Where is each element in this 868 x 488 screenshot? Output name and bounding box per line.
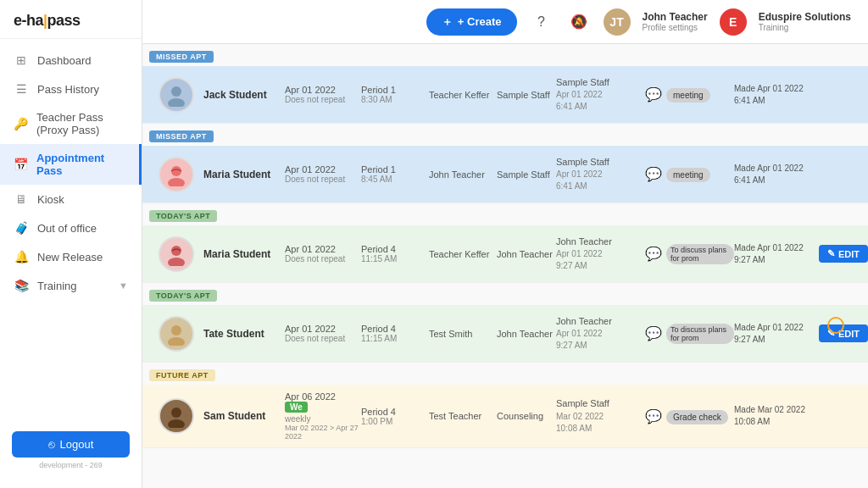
edit-button[interactable]: ✎ EDIT bbox=[819, 324, 868, 342]
logout-label: Logout bbox=[60, 438, 94, 451]
col-note: To discuss plans for prom bbox=[666, 244, 734, 264]
col-comment[interactable]: 💬 bbox=[641, 408, 666, 424]
sidebar-label-out-of-office: Out of office bbox=[37, 222, 97, 235]
create-label: + Create bbox=[458, 15, 502, 28]
student-name: Maria Student bbox=[200, 169, 285, 180]
col-actions: ✎ EDIT ✕ CANCEL bbox=[819, 324, 868, 342]
appointment-pass-icon: 📅 bbox=[14, 158, 28, 171]
user-avatar: JT bbox=[604, 8, 631, 36]
col-made: Made Apr 01 2022 6:41 AM bbox=[734, 83, 819, 107]
col-comment[interactable]: 💬 bbox=[641, 246, 666, 262]
mute-button[interactable]: 🔕 bbox=[566, 9, 592, 35]
user-name: John Teacher bbox=[643, 11, 708, 23]
apt-group-2: MISSED APT Maria Student Apr 01 2022 Doe… bbox=[142, 124, 868, 203]
table-row: Sam Student Apr 06 2022 We weekly Mar 02… bbox=[142, 385, 868, 448]
sidebar-item-teacher-pass[interactable]: 🔑 Teacher Pass (Proxy Pass) bbox=[0, 103, 142, 144]
apt-requested: Sample Staff Apr 01 2022 6:41 AM bbox=[556, 76, 641, 113]
col-comment[interactable]: 💬 bbox=[641, 325, 666, 341]
note-tag: meeting bbox=[666, 88, 710, 103]
logout-button[interactable]: ⎋ Logout bbox=[12, 431, 130, 458]
col-avatar bbox=[153, 77, 200, 113]
comment-icon: 💬 bbox=[645, 408, 662, 424]
col-note: Grade check bbox=[666, 408, 734, 424]
svg-point-6 bbox=[171, 325, 181, 336]
user-info: John Teacher Profile settings bbox=[643, 11, 708, 32]
org-name: Eduspire Solutions bbox=[759, 11, 851, 23]
dev-badge: development - 269 bbox=[12, 458, 130, 471]
table-row: Maria Student Apr 01 2022 Does not repea… bbox=[142, 146, 868, 203]
training-icon: 📚 bbox=[14, 279, 29, 292]
sidebar-label-teacher-pass: Teacher Pass (Proxy Pass) bbox=[36, 111, 128, 136]
sidebar-label-appointment-pass: Appointment Pass bbox=[36, 152, 125, 177]
svg-point-9 bbox=[168, 419, 185, 428]
apt-teacher: Test Smith bbox=[429, 329, 497, 339]
note-tag: Grade check bbox=[666, 410, 728, 424]
sidebar-item-kiosk[interactable]: 🖥 Kiosk bbox=[0, 185, 142, 214]
col-actions: ✎ EDIT ✕ CANCEL bbox=[819, 245, 868, 263]
appointments-table: MISSED APT Jack Student Apr 01 2022 Does… bbox=[142, 44, 868, 488]
apt-period: Period 4 1:00 PM bbox=[361, 407, 429, 426]
logout-icon: ⎋ bbox=[48, 438, 55, 451]
apt-teacher: Teacher Keffer bbox=[429, 90, 497, 100]
mute-icon: 🔕 bbox=[570, 14, 587, 30]
apt-destination: John Teacher bbox=[497, 329, 556, 339]
avatar bbox=[159, 77, 194, 113]
missed-badge-1: MISSED APT bbox=[149, 51, 214, 63]
comment-icon: 💬 bbox=[645, 86, 662, 103]
apt-group-1: MISSED APT Jack Student Apr 01 2022 Does… bbox=[142, 44, 868, 124]
kiosk-icon: 🖥 bbox=[14, 192, 29, 206]
edit-button[interactable]: ✎ EDIT bbox=[819, 245, 868, 263]
sidebar-item-out-of-office[interactable]: 🧳 Out of office bbox=[0, 214, 142, 242]
col-made: Made Apr 01 2022 6:41 AM bbox=[734, 163, 819, 186]
svg-point-3 bbox=[168, 178, 185, 186]
sidebar-item-training[interactable]: 📚 Training ▼ bbox=[0, 271, 142, 300]
user-sub[interactable]: Profile settings bbox=[643, 23, 708, 32]
edit-icon: ✎ bbox=[827, 248, 835, 259]
sidebar-item-pass-history[interactable]: ☰ Pass History bbox=[0, 75, 142, 103]
student-name: Jack Student bbox=[200, 89, 285, 101]
svg-point-8 bbox=[171, 408, 181, 418]
col-comment[interactable]: 💬 bbox=[641, 166, 666, 182]
col-note: To discuss plans for prom bbox=[666, 324, 734, 344]
today-badge-2: TODAY'S APT bbox=[149, 290, 217, 302]
create-button[interactable]: ＋ + Create bbox=[426, 8, 517, 36]
future-badge-1: FUTURE APT bbox=[149, 369, 215, 381]
apt-requested: John Teacher Apr 01 2022 9:27 AM bbox=[556, 236, 641, 272]
apt-group-4: TODAY'S APT Tate Student Apr 01 2022 Doe… bbox=[142, 283, 868, 363]
logo-highlight: | bbox=[43, 12, 47, 29]
help-button[interactable]: ? bbox=[529, 9, 554, 35]
col-avatar bbox=[153, 316, 200, 352]
table-row: Tate Student Apr 01 2022 Does not repeat… bbox=[142, 305, 868, 363]
dashboard-icon: ⊞ bbox=[14, 53, 29, 67]
col-avatar bbox=[153, 236, 200, 272]
sidebar-item-new-release[interactable]: 🔔 New Release bbox=[0, 242, 142, 271]
student-name: Sam Student bbox=[200, 410, 285, 422]
student-name: Tate Student bbox=[200, 328, 285, 340]
col-made: Made Apr 01 2022 9:27 AM bbox=[734, 242, 819, 266]
col-note: meeting bbox=[666, 86, 734, 103]
apt-date: Apr 01 2022 Does not repeat bbox=[285, 85, 361, 104]
col-made: Made Mar 02 2022 10:08 AM bbox=[734, 404, 819, 428]
top-header: ＋ + Create ? 🔕 JT John Teacher Profile s… bbox=[142, 0, 868, 44]
today-badge-1: TODAY'S APT bbox=[149, 210, 217, 222]
comment-icon: 💬 bbox=[645, 166, 662, 182]
comment-icon: 💬 bbox=[645, 325, 662, 341]
avatar bbox=[159, 157, 194, 192]
col-comment[interactable]: 💬 bbox=[641, 86, 666, 103]
note-tag: To discuss plans for prom bbox=[666, 324, 734, 344]
sidebar-item-appointment-pass[interactable]: 📅 Appointment Pass bbox=[0, 144, 142, 185]
avatar bbox=[159, 398, 194, 434]
svg-point-7 bbox=[168, 337, 185, 346]
apt-group-3: TODAY'S APT Maria Student Apr 01 2022 Do… bbox=[142, 203, 868, 283]
sidebar-item-dashboard[interactable]: ⊞ Dashboard bbox=[0, 46, 142, 75]
new-release-icon: 🔔 bbox=[14, 250, 29, 263]
apt-date: Apr 01 2022 Does not repeat bbox=[285, 324, 361, 343]
edit-label: EDIT bbox=[838, 249, 860, 259]
svg-point-2 bbox=[171, 166, 181, 176]
sidebar-label-new-release: New Release bbox=[37, 251, 103, 263]
sidebar: e-ha|pass ⊞ Dashboard ☰ Pass History 🔑 T… bbox=[0, 0, 142, 488]
org-logo: E bbox=[720, 8, 747, 36]
note-tag: To discuss plans for prom bbox=[666, 244, 734, 264]
col-avatar bbox=[153, 398, 200, 434]
apt-requested: John Teacher Apr 01 2022 9:27 AM bbox=[556, 315, 641, 352]
